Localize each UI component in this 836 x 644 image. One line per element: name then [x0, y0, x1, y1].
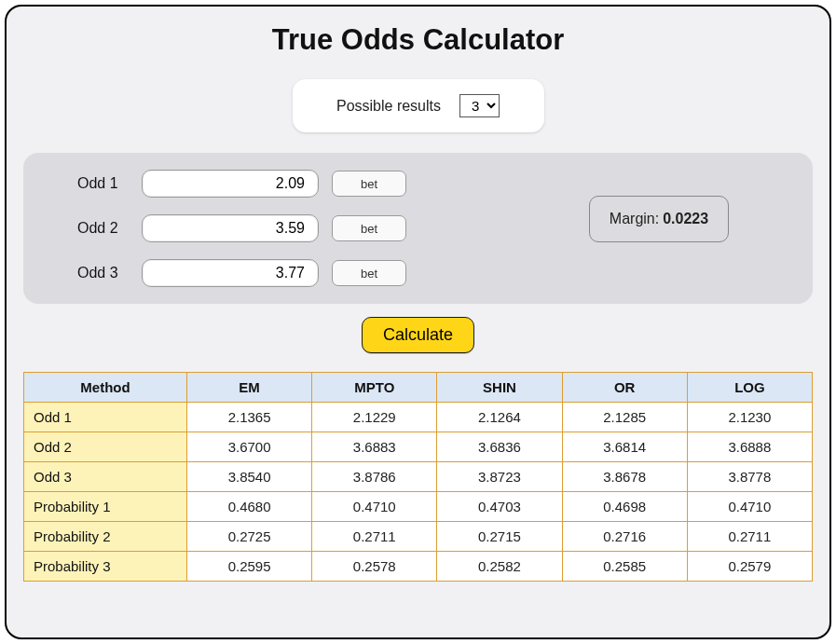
margin-display: Margin: 0.0223 [589, 196, 729, 242]
col-shin: SHIN [437, 373, 562, 403]
col-mpto: MPTO [312, 373, 437, 403]
cell: 0.4710 [312, 492, 437, 522]
table-row: Odd 3 3.8540 3.8786 3.8723 3.8678 3.8778 [24, 462, 813, 492]
odd-label-1: Odd 1 [77, 175, 129, 192]
results-body: Odd 1 2.1365 2.1229 2.1264 2.1285 2.1230… [24, 403, 813, 582]
cell: 3.8786 [312, 462, 437, 492]
cell: 2.1285 [562, 403, 687, 432]
cell: 0.2715 [437, 522, 562, 552]
results-table: Method EM MPTO SHIN OR LOG Odd 1 2.1365 … [23, 372, 813, 582]
cell: 3.6700 [187, 432, 312, 462]
row-label: Odd 2 [24, 432, 187, 462]
possible-results-panel: Possible results 3 [293, 79, 544, 132]
cell: 0.4698 [562, 492, 687, 522]
odd-label-3: Odd 3 [77, 265, 129, 281]
odd-row-3: Odd 3 bet [77, 259, 406, 287]
odds-input-panel: Odd 1 bet Odd 2 bet Odd 3 bet Margin: 0.… [23, 153, 813, 304]
cell: 0.2711 [312, 522, 437, 552]
cell: 2.1264 [437, 403, 562, 432]
cell: 0.4703 [437, 492, 562, 522]
table-row: Odd 1 2.1365 2.1229 2.1264 2.1285 2.1230 [24, 403, 813, 432]
cell: 0.2585 [562, 552, 687, 582]
row-label: Odd 3 [24, 462, 187, 492]
bet-button-3[interactable]: bet [332, 260, 406, 286]
row-label: Odd 1 [24, 403, 187, 432]
possible-results-select[interactable]: 3 [459, 94, 500, 117]
margin-label: Margin: [610, 211, 659, 227]
app-frame: True Odds Calculator Possible results 3 … [5, 5, 831, 639]
calculate-wrap: Calculate [23, 317, 813, 353]
cell: 2.1365 [187, 403, 312, 432]
odd-label-2: Odd 2 [77, 220, 129, 237]
row-label: Probability 2 [24, 522, 187, 552]
odds-input-list: Odd 1 bet Odd 2 bet Odd 3 bet [77, 170, 406, 287]
bet-button-1[interactable]: bet [332, 171, 406, 197]
cell: 3.8540 [187, 462, 312, 492]
cell: 0.4710 [687, 492, 812, 522]
cell: 3.8723 [437, 462, 562, 492]
table-row: Odd 2 3.6700 3.6883 3.6836 3.6814 3.6888 [24, 432, 813, 462]
calculate-button[interactable]: Calculate [362, 317, 474, 353]
cell: 3.8778 [687, 462, 812, 492]
cell: 0.2578 [312, 552, 437, 582]
cell: 0.4680 [187, 492, 312, 522]
cell: 3.6814 [562, 432, 687, 462]
results-header-row: Method EM MPTO SHIN OR LOG [24, 373, 813, 403]
cell: 2.1229 [312, 403, 437, 432]
cell: 0.2595 [187, 552, 312, 582]
cell: 3.6883 [312, 432, 437, 462]
table-row: Probability 1 0.4680 0.4710 0.4703 0.469… [24, 492, 813, 522]
cell: 3.6888 [687, 432, 812, 462]
odd-input-3[interactable] [142, 259, 319, 287]
bet-button-2[interactable]: bet [332, 215, 406, 241]
cell: 0.2579 [687, 552, 812, 582]
cell: 0.2716 [562, 522, 687, 552]
cell: 0.2582 [437, 552, 562, 582]
cell: 3.8678 [562, 462, 687, 492]
cell: 0.2711 [687, 522, 812, 552]
row-label: Probability 1 [24, 492, 187, 522]
odd-row-1: Odd 1 bet [77, 170, 406, 198]
row-label: Probability 3 [24, 552, 187, 582]
col-em: EM [187, 373, 312, 403]
margin-value: 0.0223 [663, 211, 708, 227]
possible-results-label: Possible results [336, 98, 441, 115]
table-row: Probability 3 0.2595 0.2578 0.2582 0.258… [24, 552, 813, 582]
col-method: Method [24, 373, 187, 403]
cell: 0.2725 [187, 522, 312, 552]
odd-input-1[interactable] [142, 170, 319, 198]
col-or: OR [562, 373, 687, 403]
cell: 2.1230 [687, 403, 812, 432]
table-row: Probability 2 0.2725 0.2711 0.2715 0.271… [24, 522, 813, 552]
col-log: LOG [687, 373, 812, 403]
cell: 3.6836 [437, 432, 562, 462]
page-title: True Odds Calculator [23, 23, 813, 57]
odd-row-2: Odd 2 bet [77, 214, 406, 242]
odd-input-2[interactable] [142, 214, 319, 242]
